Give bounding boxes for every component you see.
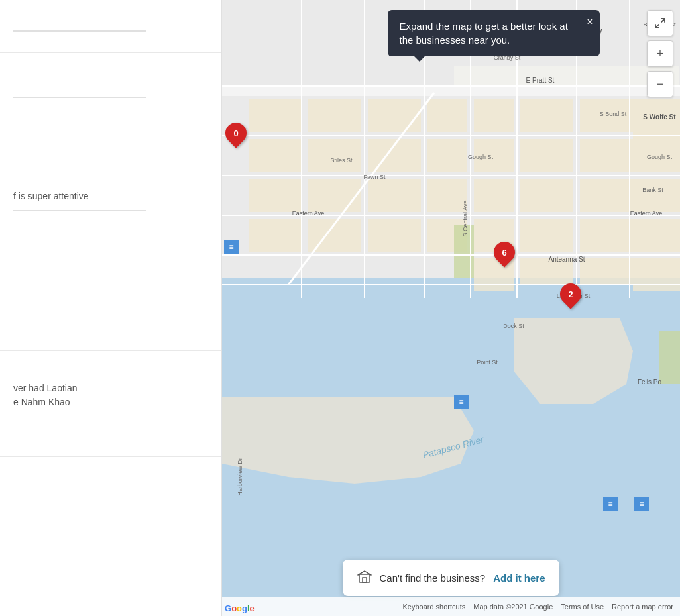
- review-card-1: [0, 0, 221, 53]
- add-it-here-link[interactable]: Add it here: [493, 572, 545, 584]
- svg-text:Harborview Dr: Harborview Dr: [237, 458, 243, 496]
- zoom-out-button[interactable]: −: [647, 71, 673, 97]
- svg-rect-20: [580, 219, 633, 252]
- map-background: E Pratt St Granby St S Bond St S Broadwa…: [222, 0, 680, 616]
- svg-text:E Pratt St: E Pratt St: [526, 77, 555, 84]
- svg-rect-38: [249, 219, 302, 252]
- svg-rect-79: [359, 574, 370, 582]
- map-panel[interactable]: E Pratt St Granby St S Bond St S Broadwa…: [222, 0, 680, 616]
- report-error-link[interactable]: Report a map error: [612, 603, 673, 611]
- review-card-2: [0, 66, 221, 119]
- svg-rect-5: [454, 66, 679, 86]
- zoom-in-button[interactable]: +: [647, 40, 673, 67]
- svg-text:Gough St: Gough St: [468, 154, 494, 160]
- review-card-4: ver had Laotiane Nahm Khao: [0, 371, 221, 457]
- svg-rect-28: [368, 99, 421, 132]
- svg-rect-30: [249, 139, 302, 172]
- svg-rect-7: [474, 99, 514, 132]
- map-controls: + −: [647, 10, 673, 97]
- svg-rect-15: [520, 179, 573, 212]
- blue-pin-2[interactable]: [454, 395, 469, 409]
- svg-rect-24: [580, 258, 633, 285]
- keyboard-shortcuts-link[interactable]: Keyboard shortcuts: [402, 603, 465, 611]
- svg-text:Gough St: Gough St: [647, 154, 673, 160]
- blue-pin-3[interactable]: [603, 497, 618, 511]
- svg-marker-4: [222, 397, 474, 484]
- map-data-text: Map data ©2021 Google: [473, 603, 553, 611]
- svg-rect-37: [427, 179, 467, 212]
- svg-rect-21: [633, 219, 680, 252]
- svg-rect-19: [520, 219, 573, 252]
- svg-rect-8: [520, 99, 573, 132]
- svg-rect-40: [368, 219, 421, 252]
- svg-text:S Wolfe St: S Wolfe St: [643, 113, 676, 121]
- svg-rect-31: [308, 139, 361, 172]
- cant-find-text: Can't find the business?: [380, 572, 486, 584]
- svg-text:Anteanna St: Anteanna St: [548, 256, 585, 263]
- svg-rect-27: [308, 99, 361, 132]
- map-pin-2[interactable]: 2: [560, 283, 581, 310]
- review-card-3: f is super attentive: [0, 179, 221, 351]
- terms-of-use-link[interactable]: Terms of Use: [561, 603, 604, 611]
- svg-text:S Bond St: S Bond St: [600, 111, 627, 117]
- google-logo: Google: [225, 603, 255, 613]
- svg-text:Dock St: Dock St: [503, 323, 524, 329]
- map-pin-6[interactable]: 6: [494, 242, 515, 268]
- building-icon: [357, 569, 372, 587]
- map-pin-0[interactable]: 0: [225, 123, 247, 149]
- svg-rect-34: [249, 179, 302, 212]
- svg-rect-43: [659, 331, 680, 384]
- svg-rect-33: [427, 139, 467, 172]
- cant-find-business-bar: Can't find the business? Add it here: [343, 560, 560, 596]
- svg-rect-6: [222, 86, 680, 96]
- svg-rect-12: [580, 139, 633, 172]
- review-text-4: ver had Laotiane Nahm Khao: [13, 382, 208, 409]
- review-text-3: f is super attentive: [13, 189, 208, 203]
- svg-rect-14: [474, 179, 514, 212]
- svg-rect-16: [580, 179, 633, 212]
- svg-rect-25: [633, 258, 680, 291]
- svg-text:Stiles St: Stiles St: [330, 157, 353, 164]
- map-footer: Keyboard shortcuts Map data ©2021 Google…: [222, 597, 680, 616]
- svg-rect-36: [368, 179, 421, 212]
- blue-pin-4[interactable]: [634, 497, 649, 511]
- left-panel: f is super attentive ver had Laotiane Na…: [0, 0, 222, 616]
- svg-rect-17: [633, 179, 680, 212]
- svg-rect-11: [520, 139, 573, 172]
- svg-text:Fawn St: Fawn St: [363, 174, 386, 180]
- svg-text:Eastern Ave: Eastern Ave: [292, 210, 324, 217]
- tooltip-text: Expand the map to get a better look at t…: [400, 21, 568, 46]
- svg-text:Eastern Ave: Eastern Ave: [630, 210, 662, 217]
- svg-rect-26: [249, 99, 302, 132]
- svg-text:Fells Po: Fells Po: [638, 378, 662, 385]
- blue-pin-1[interactable]: [224, 240, 239, 254]
- svg-rect-29: [427, 99, 467, 132]
- svg-text:Bank St: Bank St: [642, 187, 663, 193]
- svg-rect-80: [363, 578, 367, 582]
- svg-text:Point St: Point St: [477, 359, 498, 366]
- tooltip-close-button[interactable]: ×: [587, 17, 593, 27]
- svg-text:S Central Ave: S Central Ave: [462, 201, 469, 237]
- map-tooltip: Expand the map to get a better look at t…: [388, 10, 600, 56]
- expand-map-button[interactable]: [647, 10, 673, 36]
- svg-rect-35: [308, 179, 361, 212]
